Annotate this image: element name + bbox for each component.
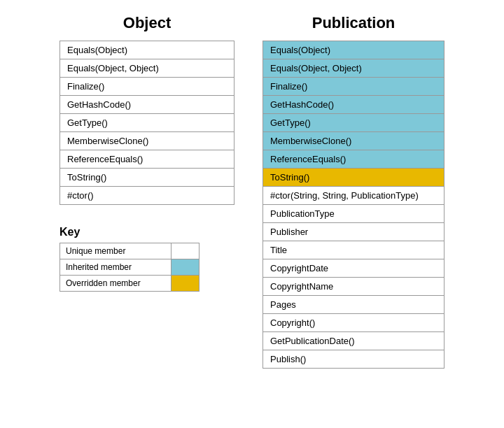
table-row: CopyrightDate xyxy=(263,259,444,278)
table-row: ReferenceEquals() xyxy=(60,150,234,169)
table-row: #ctor(String, String, PublicationType) xyxy=(263,187,444,205)
table-row: GetType() xyxy=(263,114,444,132)
main-container: Object Equals(Object)Equals(Object, Obje… xyxy=(14,14,490,369)
table-row: GetType() xyxy=(60,114,234,132)
key-label: Inherited member xyxy=(60,259,172,276)
object-column: Object Equals(Object)Equals(Object, Obje… xyxy=(59,14,234,369)
key-section: Key Unique memberInherited memberOverrid… xyxy=(59,226,200,292)
table-row: Equals(Object) xyxy=(60,41,234,59)
table-row: MemberwiseClone() xyxy=(60,132,234,150)
table-row: Equals(Object) xyxy=(263,41,444,59)
table-row: ToString() xyxy=(60,169,234,187)
table-row: Finalize() xyxy=(263,78,444,96)
table-row: ReferenceEquals() xyxy=(263,150,444,169)
publication-title: Publication xyxy=(312,14,396,32)
table-row: GetHashCode() xyxy=(263,96,444,114)
table-row: PublicationType xyxy=(263,205,444,223)
key-swatch xyxy=(172,259,200,276)
table-row: Finalize() xyxy=(60,78,234,96)
table-row: ToString() xyxy=(263,169,444,187)
object-title: Object xyxy=(123,14,171,32)
key-swatch xyxy=(172,243,200,259)
table-row: Publisher xyxy=(263,223,444,241)
publication-table: Equals(Object)Equals(Object, Object)Fina… xyxy=(262,41,444,369)
table-row: Equals(Object, Object) xyxy=(263,59,444,78)
key-table: Unique memberInherited memberOverridden … xyxy=(59,243,200,292)
table-row: #ctor() xyxy=(60,187,234,205)
table-row: Copyright() xyxy=(263,314,444,332)
table-row: MemberwiseClone() xyxy=(263,132,444,150)
table-row: CopyrightName xyxy=(263,278,444,296)
table-row: Equals(Object, Object) xyxy=(60,59,234,78)
key-label: Unique member xyxy=(60,243,172,259)
key-title: Key xyxy=(59,226,200,238)
key-label: Overridden member xyxy=(60,276,172,292)
table-row: Title xyxy=(263,241,444,259)
table-row: GetPublicationDate() xyxy=(263,332,444,350)
publication-column: Publication Equals(Object)Equals(Object,… xyxy=(262,14,444,369)
key-swatch xyxy=(172,276,200,292)
table-row: Publish() xyxy=(263,350,444,369)
table-row: GetHashCode() xyxy=(60,96,234,114)
object-table: Equals(Object)Equals(Object, Object)Fina… xyxy=(59,41,234,205)
table-row: Pages xyxy=(263,296,444,314)
